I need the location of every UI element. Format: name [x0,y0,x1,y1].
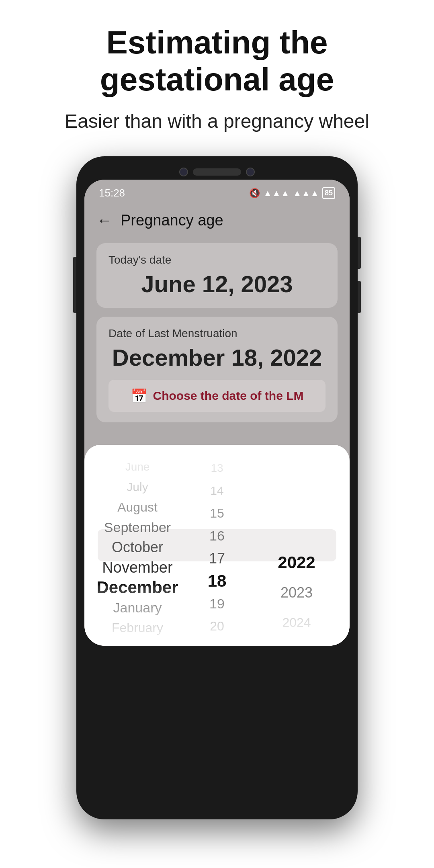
front-camera-icon [179,168,188,176]
app-bar: ← Pregnancy age [84,203,350,239]
day-item-14[interactable]: 14 [190,479,244,502]
month-item-july[interactable]: July [84,477,190,497]
choose-date-button[interactable]: 📅 Choose the date of the LM [108,380,326,412]
phone-screen: 15:28 🔇 ▲▲▲ ▲▲▲ 85 ← Pregnancy age [84,180,350,646]
year-item-2022[interactable]: 2022 [244,547,350,577]
lm-date-label: Date of Last Menstruation [108,327,326,340]
month-item-september[interactable]: September [84,517,190,537]
day-item-19[interactable]: 19 [190,593,244,615]
status-icons: 🔇 ▲▲▲ ▲▲▲ 85 [249,187,335,199]
month-item-february[interactable]: February [84,618,190,638]
volume-down-button[interactable] [358,281,361,313]
month-item-october[interactable]: October [84,537,190,557]
day-item-18[interactable]: 18 [190,570,244,592]
month-item-june[interactable]: June [84,457,190,477]
battery-icon: 85 [322,187,335,199]
year-item-2024[interactable]: 2024 [244,608,350,638]
month-item-august[interactable]: August [84,497,190,517]
phone-frame: 15:28 🔇 ▲▲▲ ▲▲▲ 85 ← Pregnancy age [76,156,358,819]
power-button[interactable] [73,257,76,313]
mute-icon: 🔇 [249,188,260,199]
today-date-value: June 12, 2023 [108,270,326,297]
page-subtitle: Easier than with a pregnancy wheel [32,110,402,132]
day-item-15[interactable]: 15 [190,502,244,525]
front-camera-2-icon [246,168,255,176]
month-item-december[interactable]: December [84,577,190,598]
page-header: Estimating the gestational age Easier th… [0,0,434,148]
calendar-icon: 📅 [131,388,147,404]
day-picker-column[interactable]: 13 14 15 16 17 18 19 20 [190,457,244,638]
day-item-17[interactable]: 17 [190,547,244,570]
status-bar: 15:28 🔇 ▲▲▲ ▲▲▲ 85 [84,180,350,203]
month-item-november[interactable]: November [84,557,190,577]
page-title: Estimating the gestational age [32,24,402,98]
back-button[interactable]: ← [96,211,113,229]
signal-icon: ▲▲▲ [263,188,289,199]
month-item-january[interactable]: January [84,598,190,618]
battery-level: 85 [325,189,333,197]
month-picker-column[interactable]: June July August September October Novem… [84,457,190,638]
volume-up-button[interactable] [358,237,361,269]
year-picker-column[interactable]: 2022 2023 2024 [244,457,350,638]
year-item-2023[interactable]: 2023 [244,577,350,608]
phone-notch [84,168,350,176]
today-date-card: Today's date June 12, 2023 [96,243,338,308]
app-content: Today's date June 12, 2023 Date of Last … [84,239,350,443]
status-time: 15:28 [99,187,125,199]
phone-frame-wrapper: 15:28 🔇 ▲▲▲ ▲▲▲ 85 ← Pregnancy age [0,148,434,843]
picker-container[interactable]: June July August September October Novem… [84,445,350,646]
lm-date-card: Date of Last Menstruation December 18, 2… [96,317,338,422]
day-item-13[interactable]: 13 [190,457,244,479]
signal-2-icon: ▲▲▲ [293,188,319,199]
lm-date-value: December 18, 2022 [108,344,326,371]
speaker-icon [193,168,241,176]
day-item-16[interactable]: 16 [190,525,244,547]
app-bar-title: Pregnancy age [121,212,223,229]
today-date-label: Today's date [108,254,326,266]
choose-date-label: Choose the date of the LM [153,389,304,403]
day-item-20[interactable]: 20 [190,615,244,638]
date-picker-panel[interactable]: June July August September October Novem… [84,445,350,646]
